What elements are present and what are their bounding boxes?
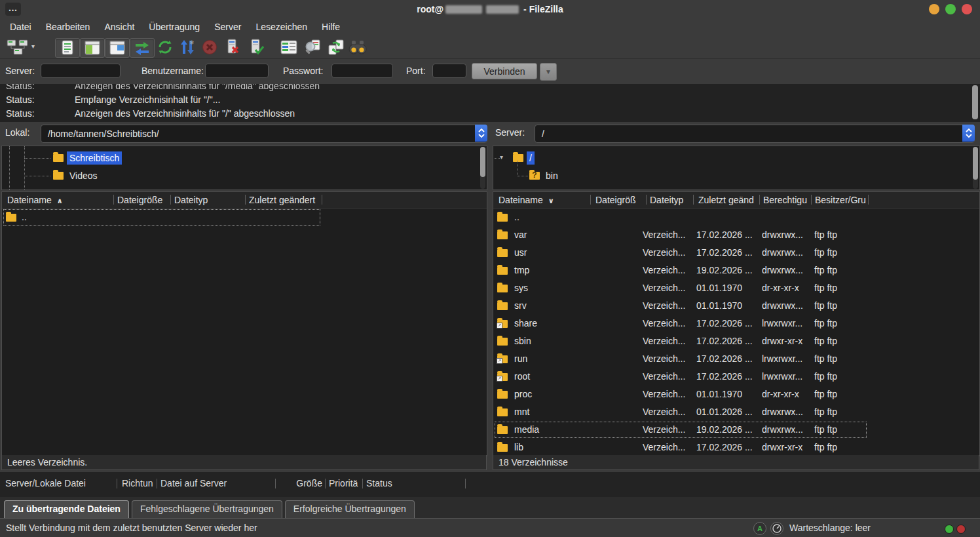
column-separator[interactable] — [362, 479, 363, 488]
queue-column-status[interactable]: Status — [366, 476, 458, 490]
remote-file-row[interactable]: usrVerzeich...17.02.2026 ...drwxrwx...ft… — [493, 244, 979, 262]
column-separator[interactable] — [465, 479, 466, 488]
column-header-berechtigungen[interactable]: Berechtigu — [763, 192, 810, 208]
reconnect-button[interactable] — [245, 38, 267, 56]
remote-file-row[interactable]: srvVerzeich...01.01.1970drwxrwx...ftp ft… — [493, 297, 979, 315]
column-header-dateityp[interactable]: Dateityp — [650, 192, 692, 208]
column-separator[interactable] — [170, 195, 171, 205]
column-separator[interactable] — [275, 479, 276, 488]
menu-ansicht[interactable]: Ansicht — [97, 18, 141, 36]
remote-tree-scrollbar[interactable] — [973, 147, 978, 189]
server-input[interactable] — [41, 64, 121, 78]
toggle-queue-processing-button[interactable]: ❄ — [177, 38, 198, 56]
expander-icon[interactable]: ▾ — [500, 153, 503, 161]
username-input[interactable] — [205, 64, 269, 78]
column-separator[interactable] — [322, 195, 322, 205]
tab-erfolgreiche-uebertragungen[interactable]: Erfolgreiche Übertragungen — [285, 500, 415, 518]
remote-file-row[interactable]: tmpVerzeich...19.02.2026 ...drwxrwx...ft… — [493, 262, 979, 279]
directory-listing-button[interactable] — [278, 38, 300, 56]
connect-dropdown-icon[interactable]: ▼ — [540, 63, 557, 81]
column-separator[interactable] — [117, 479, 117, 488]
queue-column-prioritaet[interactable]: Prioritä — [329, 476, 362, 490]
speed-limits-gauge-icon[interactable] — [770, 522, 783, 535]
remote-tree-item-bin[interactable]: bin — [493, 167, 979, 184]
refresh-button[interactable] — [155, 38, 176, 56]
column-separator[interactable] — [113, 195, 114, 205]
site-manager-button[interactable] — [4, 38, 31, 56]
column-separator[interactable] — [590, 195, 591, 205]
maximize-button[interactable] — [945, 4, 956, 14]
menu-bearbeiten[interactable]: Bearbeiten — [39, 18, 98, 36]
menu-lesezeichen[interactable]: Lesezeichen — [248, 18, 314, 36]
queue-column-groesse[interactable]: Größe — [279, 476, 322, 490]
local-tree-scrollbar-thumb[interactable] — [480, 147, 485, 177]
connect-button[interactable]: Verbinden — [472, 63, 537, 79]
local-file-row[interactable]: .. — [2, 209, 487, 226]
column-header-zuletzt-geaendert[interactable]: Zuletzt geänd — [698, 192, 759, 208]
tree-item-label[interactable]: Schreibtisch — [67, 151, 122, 165]
column-header-dateigroesse[interactable]: Dateigröße — [117, 192, 170, 208]
password-input[interactable] — [331, 64, 393, 78]
column-separator[interactable] — [811, 195, 812, 205]
local-path-spinner-icon[interactable] — [475, 125, 487, 142]
local-tree-item-videos[interactable]: Videos — [2, 167, 487, 184]
column-header-dateityp[interactable]: Dateityp — [174, 192, 242, 208]
remote-file-row[interactable]: sbinVerzeich...17.02.2026 ...drwxr-xr-xf… — [493, 332, 979, 350]
close-button[interactable] — [962, 4, 972, 14]
local-tree-item-schreibtisch[interactable]: Schreibtisch — [2, 149, 487, 167]
remote-path-spinner-icon[interactable] — [962, 125, 975, 142]
column-separator[interactable] — [157, 479, 157, 488]
tab-fehlgeschlagene-uebertragungen[interactable]: Fehlgeschlagene Übertragungen — [132, 500, 282, 518]
column-separator[interactable] — [693, 195, 694, 205]
column-separator[interactable] — [245, 195, 246, 205]
remote-file-row[interactable]: shareVerzeich...17.02.2026 ...lrwxrwxr..… — [493, 315, 979, 332]
notifications-bell-icon[interactable]: A — [753, 522, 766, 535]
column-separator[interactable] — [759, 195, 760, 205]
directory-comparison-button[interactable] — [346, 38, 369, 56]
remote-tree-scrollbar-thumb[interactable] — [973, 147, 978, 180]
column-separator[interactable] — [646, 195, 647, 205]
queue-column-datei-auf-server[interactable]: Datei auf Server — [160, 476, 272, 490]
local-file-list[interactable]: Dateiname∧ Dateigröße Dateityp Zuletzt g… — [1, 191, 487, 456]
toggle-local-tree-button[interactable] — [80, 38, 105, 58]
toggle-transfer-queue-button[interactable] — [130, 38, 155, 58]
column-header-dateiname[interactable]: Dateiname∧ — [7, 192, 111, 209]
tree-item-label[interactable]: Videos — [67, 169, 100, 182]
tree-item-label[interactable]: bin — [543, 169, 561, 182]
local-directory-tree[interactable]: Schreibtisch Videos — [1, 146, 487, 190]
menu-hilfe[interactable]: Hilfe — [314, 18, 347, 36]
minimize-button[interactable] — [929, 4, 939, 14]
cancel-operation-button[interactable] — [199, 38, 220, 56]
remote-file-row[interactable]: runVerzeich...17.02.2026 ...lrwxrwxr...f… — [493, 350, 979, 368]
remote-file-row[interactable]: .. — [493, 209, 979, 226]
remote-file-row[interactable]: mntVerzeich...01.01.2026 ...drwxrwx...ft… — [493, 403, 979, 421]
menu-datei[interactable]: Datei — [3, 18, 39, 36]
column-header-zuletzt-geaendert[interactable]: Zuletzt geändert — [249, 192, 321, 208]
remote-path-combobox[interactable]: / — [535, 125, 975, 143]
toggle-remote-tree-button[interactable] — [105, 38, 130, 58]
local-tree-scrollbar[interactable] — [480, 147, 485, 189]
tab-zu-uebertragende-dateien[interactable]: Zu übertragende Dateien — [4, 500, 129, 518]
queue-column-server-lokale-datei[interactable]: Server/Lokale Datei — [5, 476, 115, 490]
tree-item-label[interactable]: / — [527, 151, 535, 165]
remote-file-row[interactable]: sysVerzeich...01.01.1970dr-xr-xr-xftp ft… — [493, 279, 979, 297]
remote-file-row[interactable]: procVerzeich...01.01.1970dr-xr-xr-xftp f… — [493, 386, 979, 403]
toggle-message-log-button[interactable] — [55, 38, 80, 58]
remote-file-list[interactable]: Dateiname∨ Dateigröß Dateityp Zuletzt ge… — [493, 191, 980, 456]
remote-file-row[interactable]: mediaVerzeich...19.02.2026 ...drwxrwx...… — [493, 421, 979, 439]
port-input[interactable] — [432, 64, 466, 78]
column-separator[interactable] — [325, 479, 326, 488]
log-scrollbar-thumb[interactable] — [972, 85, 978, 119]
local-path-combobox[interactable]: /home/tannen/Schreibtisch/ — [41, 125, 487, 143]
remote-file-row[interactable]: rootVerzeich...17.02.2026 ...lrwxrwxr...… — [493, 368, 979, 386]
log-scrollbar[interactable] — [972, 85, 978, 119]
site-manager-dropdown-icon[interactable]: ▾ — [31, 43, 35, 50]
column-header-besitzer-gruppe[interactable]: Besitzer/Gru — [815, 192, 867, 208]
remote-file-row[interactable]: varVerzeich...17.02.2026 ...drwxrwx...ft… — [493, 226, 979, 244]
menu-bertragung[interactable]: Übertragung — [141, 18, 207, 36]
menu-server[interactable]: Server — [207, 18, 248, 36]
file-search-button[interactable] — [301, 38, 324, 56]
remote-directory-tree[interactable]: ▾ / bin — [493, 146, 980, 190]
queue-column-richtung[interactable]: Richtun — [122, 476, 156, 490]
disconnect-button[interactable] — [221, 38, 244, 56]
